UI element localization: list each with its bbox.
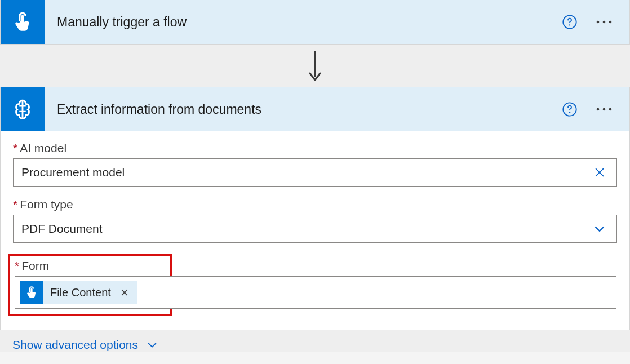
- form-type-value: PDF Document: [21, 222, 591, 236]
- dynamic-token-file-content[interactable]: File Content ✕: [20, 281, 137, 304]
- token-label: File Content: [50, 286, 111, 299]
- arrow-down-icon: [307, 50, 323, 82]
- svg-point-1: [569, 24, 570, 25]
- trigger-icon-tile: [1, 0, 45, 44]
- action-title: Extract information from documents: [57, 102, 562, 117]
- ai-model-value: Procurement model: [21, 166, 591, 179]
- form-field-highlight: *Form File Content: [8, 254, 172, 316]
- clear-icon[interactable]: [591, 166, 609, 179]
- svg-point-8: [597, 108, 600, 111]
- field-form-type: *Form type PDF Document: [13, 198, 617, 243]
- ai-model-control[interactable]: Procurement model: [13, 158, 617, 187]
- svg-point-7: [569, 112, 570, 113]
- form-label: *Form: [15, 259, 166, 273]
- field-ai-model: *AI model Procurement model: [13, 141, 617, 187]
- form-type-label-text: Form type: [20, 198, 73, 211]
- help-icon[interactable]: [562, 101, 578, 117]
- touch-icon: [11, 10, 34, 34]
- flow-canvas: Manually trigger a flow: [0, 0, 630, 352]
- chevron-down-icon: [146, 339, 158, 351]
- token-remove-icon[interactable]: ✕: [118, 286, 131, 299]
- chevron-down-icon[interactable]: [591, 222, 609, 236]
- action-card: Extract information from documents: [0, 87, 630, 330]
- svg-point-3: [603, 21, 606, 24]
- more-icon[interactable]: [596, 106, 613, 112]
- ai-model-label: *AI model: [13, 141, 617, 155]
- form-label-text: Form: [21, 259, 49, 272]
- brain-icon: [10, 96, 36, 122]
- svg-point-2: [597, 21, 600, 24]
- trigger-header[interactable]: Manually trigger a flow: [1, 0, 629, 44]
- svg-point-4: [609, 21, 612, 24]
- trigger-actions: [562, 14, 629, 30]
- action-header[interactable]: Extract information from documents: [1, 87, 629, 131]
- form-control[interactable]: File Content ✕: [15, 276, 616, 309]
- svg-point-10: [609, 108, 612, 111]
- help-icon[interactable]: [562, 14, 578, 30]
- action-actions: [562, 101, 629, 117]
- action-body: *AI model Procurement model *Form type P…: [1, 131, 629, 330]
- form-type-label: *Form type: [13, 198, 617, 211]
- action-icon-tile: [1, 87, 45, 131]
- touch-icon: [20, 281, 43, 304]
- show-advanced-options-link[interactable]: Show advanced options: [0, 332, 158, 352]
- flow-arrow: [0, 45, 630, 87]
- trigger-title: Manually trigger a flow: [57, 15, 562, 30]
- advanced-link-text: Show advanced options: [12, 338, 138, 352]
- svg-point-9: [603, 108, 606, 111]
- form-type-control[interactable]: PDF Document: [13, 215, 617, 243]
- trigger-card: Manually trigger a flow: [0, 0, 630, 45]
- ai-model-label-text: AI model: [20, 141, 66, 154]
- more-icon[interactable]: [596, 19, 613, 25]
